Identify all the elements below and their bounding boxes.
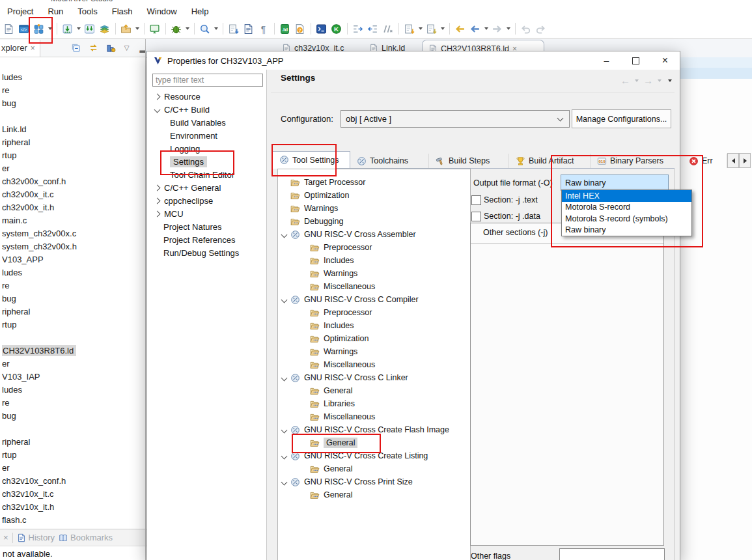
tree-item[interactable]: ludes — [0, 383, 145, 396]
back-arrow-icon[interactable]: ← — [620, 75, 630, 86]
forward-menu-icon[interactable] — [658, 79, 661, 82]
dropdown-caret-icon[interactable] — [76, 21, 81, 36]
forward-icon[interactable] — [490, 21, 504, 36]
tool-tree-item[interactable]: Warnings — [278, 345, 467, 358]
view-menu-icon[interactable] — [104, 41, 118, 55]
expander-icon[interactable] — [281, 479, 288, 485]
properties-nav-resource[interactable]: Resource — [154, 90, 264, 103]
tree-item[interactable]: system_ch32v00x.h — [0, 240, 145, 253]
search-icon[interactable] — [198, 21, 212, 36]
properties-nav-environment[interactable]: Environment — [154, 129, 264, 142]
tab-history[interactable]: History — [17, 533, 55, 542]
export-icon[interactable] — [119, 21, 133, 36]
tool-tree-item[interactable]: Miscellaneous — [278, 280, 467, 293]
tree-item[interactable] — [0, 109, 145, 122]
tab-toolchains[interactable]: Toolchains — [350, 154, 429, 168]
menu-flash[interactable]: Flash — [105, 5, 140, 19]
shift-right-icon[interactable] — [351, 21, 365, 36]
tool-tree-item[interactable]: GNU RISC-V Cross Print Size — [278, 475, 467, 488]
other-flags-input[interactable] — [559, 548, 665, 560]
shift-left-icon[interactable] — [366, 21, 380, 36]
linker-script-icon[interactable] — [278, 21, 292, 36]
tool-tree-item[interactable]: Warnings — [278, 202, 467, 215]
tree-item[interactable]: ch32v00x_conf.h — [0, 175, 145, 188]
tree-item[interactable]: ripheral — [0, 305, 145, 318]
tree-item[interactable]: Link.ld — [0, 122, 145, 135]
dropdown-caret-icon[interactable] — [417, 21, 423, 36]
tree-item[interactable]: ch32v10x_conf.h — [0, 474, 145, 487]
tree-item[interactable]: bug — [0, 292, 145, 305]
tree-item[interactable]: re — [0, 279, 145, 292]
open-resource-icon[interactable] — [227, 21, 240, 36]
tree-item[interactable]: ch32v10x_it.h — [0, 500, 145, 513]
dialog-titlebar[interactable]: Properties for CH32V103_APP – × — [147, 51, 680, 70]
previous-annotation-icon[interactable] — [425, 21, 438, 36]
close-icon[interactable]: × — [31, 44, 35, 53]
help-doc-icon[interactable] — [293, 21, 307, 36]
tool-tree-item[interactable]: Optimization — [278, 189, 467, 202]
menu-help[interactable]: Help — [184, 5, 216, 19]
tool-tree-item[interactable]: Miscellaneous — [278, 358, 467, 371]
expander-icon[interactable] — [154, 106, 161, 113]
properties-nav-project-natures[interactable]: Project Natures — [154, 220, 264, 233]
tree-item[interactable]: re — [0, 396, 145, 409]
tool-tree-item[interactable]: Libraries — [278, 397, 467, 410]
tool-tree-item[interactable]: Optimization — [278, 332, 467, 345]
tree-item[interactable]: V103_APP — [0, 253, 145, 266]
dropdown-caret-icon[interactable] — [134, 21, 140, 36]
tree-item[interactable]: system_ch32v00x.c — [0, 227, 145, 240]
dropdown-caret-icon[interactable] — [184, 21, 190, 36]
dialog-sash[interactable] — [266, 70, 267, 560]
expander-icon[interactable] — [154, 197, 161, 204]
tree-item[interactable]: ludes — [0, 70, 145, 83]
tool-tree-item[interactable]: Preprocessor — [278, 306, 467, 319]
section-data-checkbox[interactable] — [471, 212, 481, 221]
expander-icon[interactable] — [154, 184, 161, 191]
properties-nav-build-variables[interactable]: Build Variables — [154, 116, 264, 129]
expander-icon[interactable] — [154, 93, 161, 100]
tool-tree-item[interactable]: Preprocessor — [278, 241, 467, 254]
minimize-button[interactable]: – — [592, 51, 621, 70]
tool-tree-item[interactable]: Target Processor — [278, 176, 467, 189]
tree-item[interactable]: flash.c — [0, 513, 145, 526]
tree-item[interactable]: er — [0, 461, 145, 474]
toggle-comment-icon[interactable] — [381, 21, 395, 36]
panel-divider[interactable] — [145, 39, 146, 560]
tree-item[interactable]: ch32v10x_it.c — [0, 487, 145, 500]
tree-item[interactable]: ch32v00x_it.h — [0, 201, 145, 214]
tool-tree-item[interactable]: Warnings — [278, 267, 467, 280]
tree-item[interactable]: er — [0, 357, 145, 370]
show-whitespace-icon[interactable] — [257, 21, 270, 36]
expander-icon[interactable] — [281, 453, 288, 459]
properties-nav-run-debug-settings[interactable]: Run/Debug Settings — [154, 246, 264, 259]
back-icon[interactable] — [468, 21, 482, 36]
next-annotation-icon[interactable] — [402, 21, 416, 36]
tool-tree-item[interactable]: GNU RISC-V Cross C Linker — [278, 371, 467, 384]
tree-item[interactable] — [0, 331, 145, 344]
expander-icon[interactable] — [281, 231, 288, 238]
tab-bookmarks[interactable]: Bookmarks — [59, 533, 113, 542]
tool-tree-item[interactable]: Includes — [278, 254, 467, 267]
tree-item[interactable]: rtup — [0, 448, 145, 461]
undo-icon[interactable] — [519, 21, 533, 36]
new-file-icon[interactable] — [2, 21, 16, 36]
properties-nav-mcu[interactable]: MCU — [154, 207, 264, 220]
tool-tree-item[interactable]: General — [278, 488, 467, 501]
collapse-all-icon[interactable] — [69, 41, 83, 55]
filter-input[interactable] — [152, 74, 263, 87]
tool-tree-item[interactable]: Miscellaneous — [278, 410, 467, 423]
scroll-tabs-left-button[interactable] — [727, 153, 739, 168]
menu-window[interactable]: Window — [139, 5, 184, 19]
redo-icon[interactable] — [534, 21, 548, 36]
terminal-icon[interactable] — [314, 21, 328, 36]
expander-icon[interactable] — [281, 374, 288, 381]
tree-item[interactable]: CH32V103R8T6.ld — [0, 344, 145, 357]
link-with-editor-icon[interactable] — [87, 41, 100, 55]
tool-tree-item[interactable]: General — [278, 462, 467, 475]
tree-item[interactable]: rtup — [0, 148, 145, 161]
run-monitor-icon[interactable] — [148, 21, 161, 36]
expander-icon[interactable] — [281, 427, 288, 433]
view-dropdown-icon[interactable]: ▽ — [124, 44, 130, 51]
properties-nav-c-c-general[interactable]: C/C++ General — [154, 181, 264, 194]
tree-item[interactable]: main.c — [0, 214, 145, 227]
